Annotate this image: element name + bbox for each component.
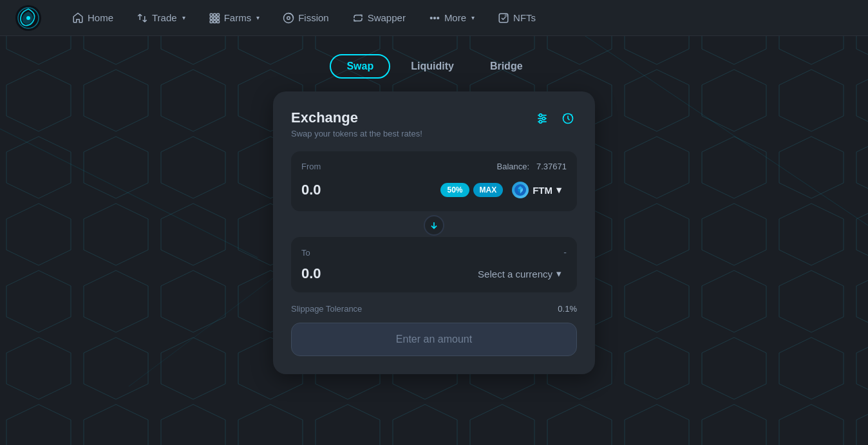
nav-item-farms[interactable]: Farms ▾	[198, 7, 270, 29]
nav-item-swapper[interactable]: Swapper	[342, 7, 416, 29]
exchange-title: Exchange	[291, 109, 422, 126]
enter-amount-button[interactable]: Enter an amount	[291, 323, 577, 356]
nav-more-label: More	[444, 12, 466, 23]
from-label: From	[301, 162, 321, 171]
app-logo[interactable]	[15, 5, 41, 31]
svg-rect-9	[210, 14, 212, 16]
main-nav: Home Trade ▾ Farms ▾	[62, 7, 853, 29]
nfts-icon	[498, 12, 509, 24]
svg-point-19	[287, 16, 290, 19]
nav-item-home[interactable]: Home	[62, 7, 124, 29]
nav-item-trade[interactable]: Trade ▾	[126, 7, 196, 29]
nav-item-fission[interactable]: Fission	[272, 7, 339, 29]
svg-point-20	[431, 17, 432, 18]
tab-swap[interactable]: Swap	[330, 54, 390, 79]
navbar: Home Trade ▾ Farms ▾	[0, 0, 868, 36]
slippage-value: 0.1%	[558, 304, 577, 314]
svg-rect-16	[213, 20, 216, 23]
nav-swapper-label: Swapper	[368, 12, 406, 23]
from-amount: 0.0	[301, 182, 321, 198]
fifty-percent-button[interactable]: 50%	[440, 183, 469, 197]
max-button[interactable]: MAX	[473, 183, 504, 197]
to-header: To -	[301, 247, 567, 258]
from-currency-label: FTM	[533, 185, 552, 196]
home-icon	[72, 12, 84, 24]
to-box: To - 0.0 Select a currency ▾	[291, 237, 577, 292]
from-row: 0.0 50% MAX FTM	[301, 179, 567, 201]
from-currency-select[interactable]: FTM ▾	[507, 179, 567, 201]
svg-point-22	[437, 17, 439, 18]
arrow-down-icon	[429, 220, 439, 231]
trade-icon	[137, 12, 148, 24]
balance-value: 7.37671	[536, 162, 567, 171]
from-controls: 50% MAX FTM ▾	[440, 179, 567, 201]
svg-rect-17	[216, 20, 219, 23]
main-content: Swap Liquidity Bridge Exchange Swap your…	[0, 36, 868, 374]
card-header: Exchange Swap your tokens at the best ra…	[291, 109, 577, 138]
svg-point-24	[505, 14, 507, 16]
to-row: 0.0 Select a currency ▾	[301, 265, 567, 282]
slippage-row: Slippage Tolerance 0.1%	[291, 295, 577, 319]
more-icon	[429, 12, 440, 24]
svg-point-8	[26, 16, 30, 20]
nav-item-more[interactable]: More ▾	[419, 7, 485, 29]
card-title-area: Exchange Swap your tokens at the best ra…	[291, 109, 422, 138]
to-dash: -	[563, 247, 567, 258]
nav-fission-label: Fission	[298, 12, 329, 23]
to-currency-chevron: ▾	[556, 268, 561, 279]
swap-arrow-container	[291, 214, 577, 237]
nav-trade-label: Trade	[152, 12, 177, 23]
nav-item-nfts[interactable]: NFTs	[487, 7, 546, 29]
sliders-icon	[536, 112, 549, 125]
svg-rect-11	[216, 14, 219, 16]
swap-direction-button[interactable]	[424, 215, 444, 236]
card-actions	[533, 109, 577, 128]
tab-switcher: Swap Liquidity Bridge	[330, 54, 538, 79]
balance-label: Balance:	[497, 162, 530, 171]
svg-point-28	[539, 114, 542, 117]
svg-rect-12	[210, 17, 212, 19]
fission-icon	[283, 12, 294, 24]
exchange-card: Exchange Swap your tokens at the best ra…	[273, 91, 595, 374]
swapper-icon	[352, 12, 364, 24]
to-label: To	[301, 248, 310, 258]
trade-chevron: ▾	[182, 14, 185, 21]
from-box: From Balance: 7.37671 0.0 50% MAX	[291, 151, 577, 211]
svg-rect-13	[213, 17, 216, 19]
svg-rect-15	[210, 20, 212, 23]
from-balance: Balance: 7.37671	[497, 162, 567, 171]
to-currency-label: Select a currency	[478, 269, 552, 279]
clock-icon	[561, 112, 574, 125]
nav-farms-label: Farms	[224, 12, 252, 23]
nav-nfts-label: NFTs	[513, 12, 536, 23]
history-button[interactable]	[559, 109, 577, 128]
svg-rect-10	[213, 14, 216, 16]
slippage-label: Slippage Tolerance	[291, 304, 362, 314]
farms-icon	[209, 12, 220, 24]
tab-liquidity[interactable]: Liquidity	[395, 55, 469, 77]
to-amount: 0.0	[301, 265, 321, 282]
nav-home-label: Home	[88, 12, 113, 23]
svg-rect-14	[216, 17, 219, 19]
ftm-icon	[512, 182, 529, 198]
from-currency-chevron: ▾	[556, 184, 561, 196]
svg-point-30	[539, 120, 542, 123]
ftm-logo	[514, 184, 526, 196]
farms-chevron: ▾	[256, 14, 259, 21]
svg-point-21	[434, 17, 435, 18]
settings-button[interactable]	[533, 109, 551, 128]
exchange-subtitle: Swap your tokens at the best rates!	[291, 129, 422, 138]
tab-bridge[interactable]: Bridge	[475, 55, 538, 77]
from-header: From Balance: 7.37671	[301, 162, 567, 171]
to-currency-select[interactable]: Select a currency ▾	[473, 265, 567, 282]
svg-point-29	[542, 117, 545, 120]
more-chevron: ▾	[471, 14, 475, 21]
